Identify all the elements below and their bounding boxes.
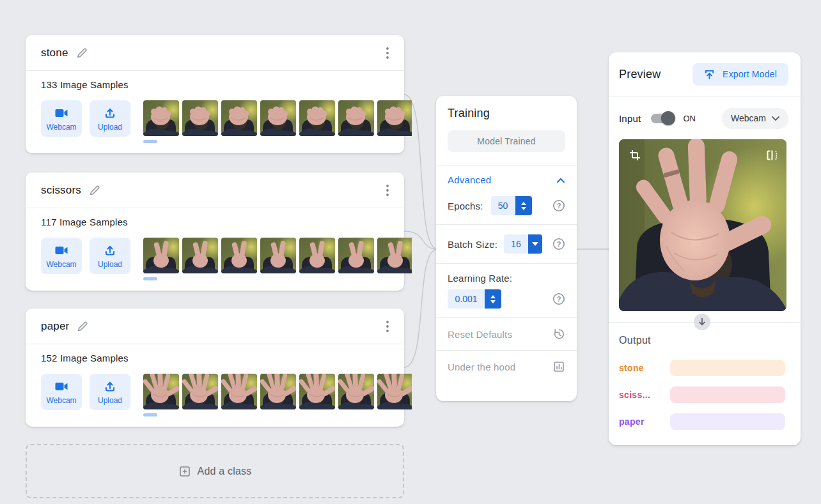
model-trained-button[interactable]: Model Trained	[448, 130, 565, 152]
batch-size-row: Batch Size: 16 ?	[448, 234, 565, 254]
input-source-label: Webcam	[731, 113, 766, 123]
input-label: Input	[619, 113, 641, 124]
webcam-button[interactable]: Webcam	[41, 374, 82, 410]
upload-icon	[102, 105, 118, 121]
sample-thumbnail[interactable]	[260, 374, 296, 409]
down-arrow-icon	[694, 314, 710, 330]
training-title: Training	[436, 96, 577, 120]
sample-thumbnail-strip	[143, 100, 412, 143]
output-class-label: sciss...	[619, 390, 670, 400]
confidence-bar-track: 97%	[670, 413, 785, 430]
sample-thumbnail[interactable]	[143, 374, 179, 409]
preview-title: Preview	[619, 68, 661, 81]
training-card: Training Model Trained Advanced Epochs: …	[436, 96, 577, 401]
help-icon[interactable]: ?	[552, 199, 565, 212]
toggle-state-label: ON	[683, 114, 696, 123]
help-icon[interactable]: ?	[552, 238, 565, 250]
output-bar-row: sciss...	[619, 386, 785, 403]
sample-thumbnail[interactable]	[338, 374, 374, 409]
sample-thumbnail[interactable]	[260, 100, 296, 136]
upload-button[interactable]: Upload	[90, 374, 130, 410]
advanced-section: Advanced Epochs: 50 ?	[436, 165, 577, 224]
output-title: Output	[619, 335, 785, 346]
crop-icon[interactable]	[629, 149, 641, 161]
svg-text:?: ?	[557, 202, 561, 210]
upload-button[interactable]: Upload	[90, 100, 130, 137]
webcam-button[interactable]: Webcam	[41, 238, 82, 274]
learning-rate-stepper[interactable]: 0.001	[448, 289, 501, 309]
edit-pencil-icon[interactable]	[75, 47, 88, 59]
sample-thumbnail[interactable]	[299, 374, 335, 409]
learning-rate-value: 0.001	[448, 289, 485, 309]
add-class-button[interactable]: Add a class	[26, 444, 404, 498]
sample-count-label: 152 Image Samples	[41, 353, 404, 363]
add-class-label: Add a class	[198, 466, 252, 477]
class-name: scissors	[41, 184, 81, 197]
sample-thumbnail[interactable]	[338, 238, 374, 273]
kebab-menu-icon[interactable]	[384, 182, 391, 199]
kebab-menu-icon[interactable]	[384, 318, 391, 335]
sample-thumbnail[interactable]	[143, 238, 179, 273]
sample-thumbnail[interactable]	[377, 238, 412, 273]
thumbnail-scrollbar[interactable]	[143, 277, 157, 280]
export-model-button[interactable]: Export Model	[692, 63, 788, 86]
stepper-icon[interactable]	[485, 289, 501, 309]
thumbnail-scrollbar[interactable]	[143, 413, 157, 416]
advanced-toggle[interactable]: Advanced	[448, 174, 565, 185]
class-card-header: paper	[26, 309, 404, 344]
sample-count-label: 117 Image Samples	[41, 217, 404, 227]
stepper-icon[interactable]	[515, 196, 532, 215]
batch-section: Batch Size: 16 ?	[436, 224, 577, 263]
chevron-down-icon	[772, 116, 779, 121]
sample-thumbnail[interactable]	[377, 100, 412, 136]
toggle-knob	[661, 111, 675, 125]
reset-defaults-button[interactable]: Reset Defaults	[448, 328, 565, 340]
batch-size-value: 16	[504, 234, 528, 254]
class-name: paper	[41, 320, 69, 333]
sample-thumbnail[interactable]	[299, 100, 335, 136]
thumbnail-scrollbar[interactable]	[143, 140, 157, 143]
sample-thumbnail[interactable]	[377, 374, 412, 409]
sample-thumbnail[interactable]	[143, 100, 179, 136]
sample-thumbnail[interactable]	[221, 100, 257, 136]
sample-thumbnail[interactable]	[260, 238, 296, 273]
dropdown-arrow-icon[interactable]	[528, 234, 542, 254]
output-class-label: paper	[619, 416, 670, 427]
kebab-menu-icon[interactable]	[384, 45, 391, 61]
webcam-button[interactable]: Webcam	[41, 100, 82, 137]
sample-thumbnail[interactable]	[221, 374, 257, 409]
batch-size-dropdown[interactable]: 16	[504, 234, 542, 254]
output-bar-row: stone	[619, 360, 785, 376]
confidence-bar-track	[670, 386, 785, 403]
upload-icon	[102, 379, 118, 394]
webcam-icon	[54, 379, 69, 394]
sample-thumbnail[interactable]	[182, 238, 218, 273]
sample-thumbnail[interactable]	[221, 238, 257, 273]
preview-output-divider	[609, 322, 801, 323]
learning-rate-row: 0.001 ?	[448, 289, 565, 309]
under-hood-section: Under the hood	[436, 350, 577, 383]
webcam-preview	[619, 139, 786, 311]
webcam-icon	[54, 243, 69, 258]
learning-rate-label: Learning Rate:	[448, 273, 565, 284]
reset-defaults-section: Reset Defaults	[436, 317, 577, 350]
reset-defaults-label: Reset Defaults	[448, 329, 512, 340]
under-hood-button[interactable]: Under the hood	[448, 360, 565, 373]
batch-size-label: Batch Size:	[448, 239, 497, 250]
input-toggle[interactable]	[651, 114, 674, 123]
sample-thumbnail[interactable]	[299, 238, 335, 273]
edit-pencil-icon[interactable]	[88, 184, 101, 197]
epochs-stepper[interactable]: 50	[491, 196, 532, 215]
class-name: stone	[41, 47, 68, 59]
input-source-dropdown[interactable]: Webcam	[722, 108, 788, 129]
upload-button[interactable]: Upload	[90, 238, 130, 274]
help-icon[interactable]: ?	[552, 293, 565, 305]
edit-pencil-icon[interactable]	[76, 320, 89, 333]
output-bar-row: paper 97%	[619, 413, 785, 430]
sample-thumbnail[interactable]	[182, 374, 218, 409]
epochs-label: Epochs:	[448, 201, 483, 211]
epochs-value: 50	[491, 196, 515, 215]
sample-thumbnail[interactable]	[338, 100, 374, 136]
sample-thumbnail[interactable]	[182, 100, 218, 136]
flip-icon[interactable]	[766, 149, 778, 161]
